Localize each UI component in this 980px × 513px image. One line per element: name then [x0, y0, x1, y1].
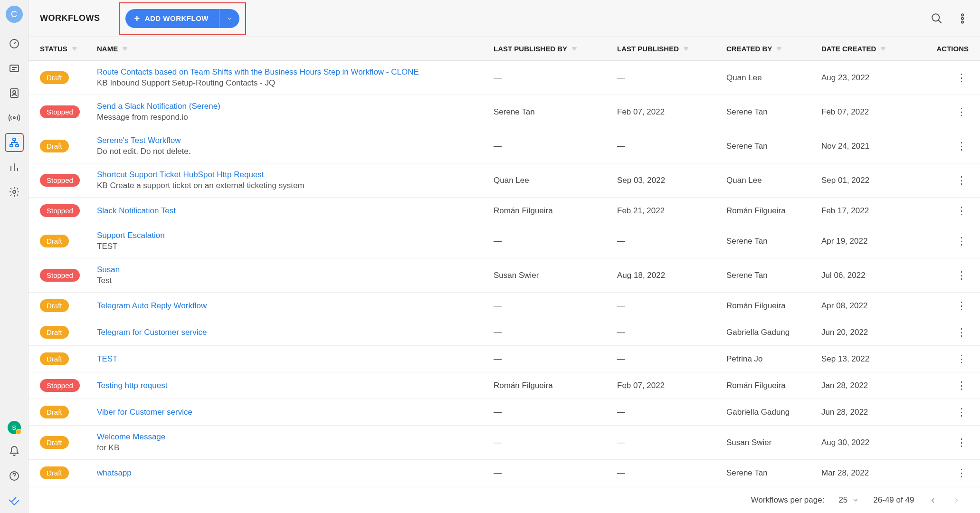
search-icon[interactable]	[931, 12, 943, 25]
workflow-link[interactable]: Support Escalation	[97, 231, 494, 240]
cell-last-published: Feb 21, 2022	[617, 206, 726, 216]
sort-icon	[776, 46, 782, 52]
nav-settings-icon[interactable]	[5, 182, 24, 201]
pagination: Workflows per page: 25 26-49 of 49 ‹ ›	[29, 487, 980, 513]
nav-broadcast-icon[interactable]	[5, 108, 24, 127]
table-row: Draft Welcome Message for KB — — Susan S…	[29, 426, 980, 460]
status-badge: Stopped	[40, 269, 80, 282]
col-status[interactable]: STATUS	[40, 45, 97, 53]
status-badge: Stopped	[40, 204, 80, 217]
table-row: Draft Route Contacts based on Team Shift…	[29, 61, 980, 95]
table-row: Stopped Susan Test Susan Swier Aug 18, 2…	[29, 258, 980, 293]
user-avatar[interactable]: S	[8, 421, 21, 434]
cell-date-created: Aug 30, 2022	[821, 438, 926, 447]
workflow-link[interactable]: Telegram Auto Reply Workflow	[97, 301, 494, 311]
cell-created-by: Serene Tan	[726, 468, 821, 478]
per-page-value: 25	[838, 495, 847, 505]
row-actions-menu[interactable]: ⋮	[954, 72, 969, 84]
cell-created-by: Gabriella Gadung	[726, 328, 821, 337]
workflow-link[interactable]: Viber for Customer service	[97, 408, 494, 417]
cell-last-published: Sep 03, 2022	[617, 176, 726, 185]
cell-last-published-by: —	[494, 328, 617, 337]
nav-messages-icon[interactable]	[5, 59, 24, 78]
cell-last-published-by: —	[494, 301, 617, 311]
row-actions-menu[interactable]: ⋮	[954, 353, 969, 365]
table-row: Draft Viber for Customer service — — Gab…	[29, 399, 980, 426]
nav-contacts-icon[interactable]	[5, 84, 24, 103]
workflow-link[interactable]: TEST	[97, 354, 494, 364]
row-actions-menu[interactable]: ⋮	[954, 437, 969, 449]
page-header: WORKFLOWS + ADD WORKFLOW	[29, 0, 980, 37]
row-actions-menu[interactable]: ⋮	[954, 106, 969, 118]
col-date-created[interactable]: DATE CREATED	[821, 45, 926, 53]
workflow-desc: TEST	[97, 242, 494, 251]
row-actions-menu[interactable]: ⋮	[954, 406, 969, 418]
nav-reports-icon[interactable]	[5, 158, 24, 177]
row-actions-menu[interactable]: ⋮	[954, 300, 969, 312]
status-badge: Draft	[40, 299, 69, 312]
table-row: Draft whatsapp — — Serene Tan Mar 28, 20…	[29, 460, 980, 486]
col-last-published[interactable]: LAST PUBLISHED	[617, 45, 726, 53]
cell-last-published-by: —	[494, 438, 617, 447]
table-row: Draft TEST — — Petrina Jo Sep 13, 2022 ⋮	[29, 346, 980, 372]
col-name[interactable]: NAME	[97, 45, 494, 53]
sort-icon	[71, 46, 78, 52]
workflow-link[interactable]: Shortcut Support Ticket HubSpot Http Req…	[97, 170, 494, 180]
pagination-next[interactable]: ›	[952, 494, 961, 506]
row-actions-menu[interactable]: ⋮	[954, 326, 969, 339]
row-actions-menu[interactable]: ⋮	[954, 140, 969, 152]
pagination-prev[interactable]: ‹	[928, 494, 937, 506]
cell-last-published-by: —	[494, 468, 617, 478]
workflow-link[interactable]: Testing http request	[97, 381, 494, 390]
cell-date-created: Mar 28, 2022	[821, 468, 926, 478]
nav-brand-icon[interactable]	[5, 491, 24, 510]
cell-last-published-by: Román Filgueira	[494, 206, 617, 216]
status-badge: Draft	[40, 326, 69, 339]
col-last-published-by[interactable]: LAST PUBLISHED BY	[494, 45, 617, 53]
add-workflow-dropdown[interactable]	[219, 9, 239, 28]
row-actions-menu[interactable]: ⋮	[954, 174, 969, 187]
status-badge: Draft	[40, 466, 69, 479]
nav-workflows-icon[interactable]	[5, 133, 24, 152]
row-actions-menu[interactable]: ⋮	[954, 467, 969, 479]
workflow-link[interactable]: Route Contacts based on Team Shifts with…	[97, 67, 494, 77]
table-row: Stopped Shortcut Support Ticket HubSpot …	[29, 163, 980, 198]
per-page-select[interactable]: 25	[838, 495, 859, 505]
workflow-link[interactable]: Send a Slack Notification (Serene)	[97, 102, 494, 111]
svg-point-11	[961, 14, 963, 16]
workflow-desc: for KB	[97, 443, 494, 453]
workflow-link[interactable]: whatsapp	[97, 468, 494, 478]
cell-created-by: Serene Tan	[726, 142, 821, 151]
sort-icon	[122, 46, 128, 52]
table-row: Stopped Send a Slack Notification (Seren…	[29, 95, 980, 129]
org-avatar[interactable]: C	[6, 6, 23, 23]
row-actions-menu[interactable]: ⋮	[954, 235, 969, 247]
nav-help-icon[interactable]	[5, 466, 24, 485]
chevron-down-icon	[852, 497, 859, 504]
cell-date-created: Jan 28, 2022	[821, 381, 926, 390]
workflow-link[interactable]: Susan	[97, 265, 494, 275]
svg-rect-1	[10, 65, 19, 72]
workflow-link[interactable]: Serene's Test Workflow	[97, 136, 494, 145]
workflow-link[interactable]: Telegram for Customer service	[97, 328, 494, 337]
nav-notifications-icon[interactable]	[5, 442, 24, 461]
col-created-by[interactable]: CREATED BY	[726, 45, 821, 53]
plus-icon: +	[134, 14, 140, 23]
workflow-link[interactable]: Slack Notification Test	[97, 206, 494, 216]
table-header: STATUS NAME LAST PUBLISHED BY LAST PUBLI…	[29, 37, 980, 61]
more-menu-icon[interactable]	[956, 12, 969, 25]
row-actions-menu[interactable]: ⋮	[954, 380, 969, 392]
cell-created-by: Román Filgueira	[726, 301, 821, 311]
add-workflow-highlight: + ADD WORKFLOW	[119, 2, 246, 35]
cell-date-created: Sep 01, 2022	[821, 176, 926, 185]
sidebar: C S	[0, 0, 29, 513]
cell-last-published: —	[617, 142, 726, 151]
nav-dashboard-icon[interactable]	[5, 34, 24, 53]
add-workflow-button[interactable]: + ADD WORKFLOW	[125, 9, 239, 28]
row-actions-menu[interactable]: ⋮	[954, 269, 969, 282]
row-actions-menu[interactable]: ⋮	[954, 205, 969, 217]
cell-created-by: Gabriella Gadung	[726, 408, 821, 417]
cell-date-created: Aug 23, 2022	[821, 73, 926, 83]
workflow-link[interactable]: Welcome Message	[97, 432, 494, 442]
cell-date-created: Jun 28, 2022	[821, 408, 926, 417]
